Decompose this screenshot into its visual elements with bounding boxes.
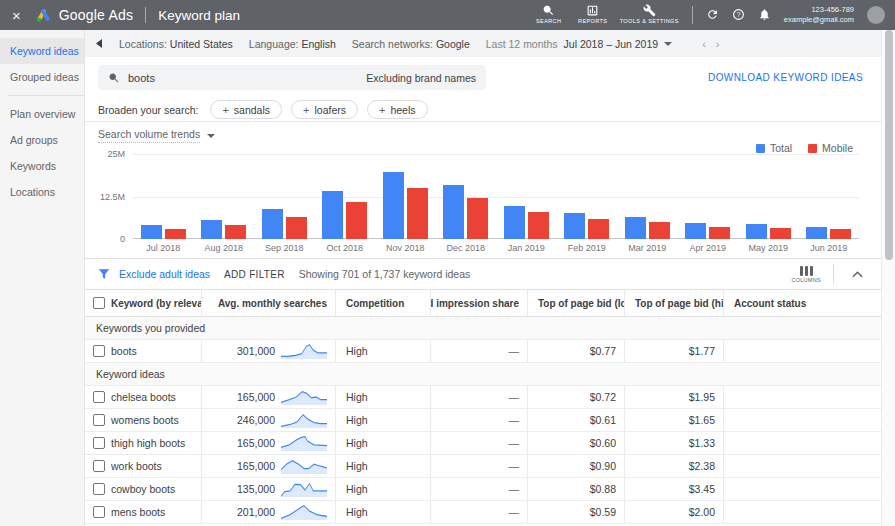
ad-impression-value: — <box>509 437 520 449</box>
setting-value: Google <box>436 38 470 50</box>
table-row: cowboy boots135,000High—$0.88$3.45 <box>85 478 881 501</box>
back-arrow-icon <box>95 39 103 48</box>
collapse-panel-button[interactable] <box>95 39 103 48</box>
column-header-label: Keyword (by relevance) <box>111 298 201 309</box>
add-filter-button[interactable]: ADD FILTER <box>224 269 285 280</box>
topbar-nav-reports[interactable]: REPORTS <box>576 4 610 25</box>
row-checkbox-cell <box>85 386 111 408</box>
bar-mobile <box>225 225 246 239</box>
row-checkbox[interactable] <box>93 391 105 403</box>
sidebar-item-grouped-ideas[interactable]: Grouped ideas <box>0 64 84 90</box>
brand-filter-label[interactable]: Excluding brand names <box>366 72 476 84</box>
date-prev-button[interactable]: ‹ <box>702 38 706 50</box>
setting-searchnetworks[interactable]: Search networks: Google <box>352 38 470 50</box>
section-header-keyword-ideas: Keyword ideas <box>85 363 881 386</box>
sidebar-item-locations[interactable]: Locations <box>0 179 84 205</box>
search-query: boots <box>128 72 155 84</box>
bid-low-cell: $0.88 <box>527 478 624 500</box>
row-checkbox[interactable] <box>93 460 105 472</box>
sidebar-item-ad-groups[interactable]: Ad groups <box>0 127 84 153</box>
row-checkbox[interactable] <box>93 506 105 518</box>
legend-swatch-mobile <box>808 144 817 153</box>
keyword-cell: mens boots <box>111 501 201 523</box>
date-next-button[interactable]: › <box>716 38 720 50</box>
legend-item-mobile[interactable]: Mobile <box>808 142 853 154</box>
competition-cell: High <box>335 386 430 408</box>
column-header-label: Competition <box>346 298 404 309</box>
date-range-selector[interactable]: Last 12 months Jul 2018 – Jun 2019 <box>486 38 672 50</box>
bid-low-value: $0.61 <box>590 414 616 426</box>
topbar-nav-label: SEARCH <box>536 18 561 25</box>
topbar-separator <box>692 6 693 24</box>
column-header-top-of-page-bid-low-range-[interactable]: Top of page bid (low range) <box>527 290 624 316</box>
bar-mobile <box>588 219 609 239</box>
setting-language[interactable]: Language: English <box>249 38 336 50</box>
plus-icon: + <box>303 104 309 116</box>
column-header-checkbox <box>85 290 111 316</box>
legend-label: Mobile <box>822 142 853 154</box>
legend-item-total[interactable]: Total <box>756 142 792 154</box>
bar-group-jul-2018 <box>133 154 194 239</box>
topbar-nav-search[interactable]: SEARCH <box>532 4 566 25</box>
topbar-nav-label: REPORTS <box>578 18 607 25</box>
scrollbar-track[interactable] <box>881 30 895 526</box>
sidebar-item-keyword-ideas[interactable]: Keyword ideas <box>0 38 84 64</box>
column-header-ad-impression-share[interactable]: Ad impression share <box>430 290 527 316</box>
bar-mobile <box>649 222 670 239</box>
keyword-search-input[interactable]: boots Excluding brand names <box>98 65 486 90</box>
row-checkbox[interactable] <box>93 437 105 449</box>
bid-low-cell: $0.72 <box>527 386 624 408</box>
row-checkbox[interactable] <box>93 345 105 357</box>
columns-button[interactable]: COLUMNS <box>791 266 821 283</box>
scrollbar-thumb[interactable] <box>885 30 893 260</box>
filter-icon[interactable] <box>97 267 111 281</box>
bar-mobile <box>407 188 428 239</box>
download-keyword-ideas-link[interactable]: DOWNLOAD KEYWORD IDEAS <box>708 72 863 83</box>
avg-monthly-searches-cell: 246,000 <box>201 409 335 431</box>
search-icon <box>542 4 555 17</box>
account-info[interactable]: 123-456-789 example@gmail.com <box>784 5 854 25</box>
sidebar-item-plan-overview[interactable]: Plan overview <box>0 101 84 127</box>
table-row: chelsea boots165,000High—$0.72$1.95 <box>85 386 881 409</box>
column-header-avg-monthly-searches[interactable]: Avg. monthly searches <box>201 290 335 316</box>
account-status-cell <box>723 432 881 454</box>
topbar-nav-tools-settings[interactable]: TOOLS & SETTINGS <box>620 4 679 25</box>
chart-metric-selector[interactable]: Search volume trends <box>85 128 881 143</box>
bar-group-nov-2018 <box>375 154 436 239</box>
account-email: example@gmail.com <box>784 15 854 25</box>
avg-monthly-searches-cell: 165,000 <box>201 432 335 454</box>
setting-locations[interactable]: Locations: United States <box>119 38 233 50</box>
notifications-button[interactable] <box>758 8 771 21</box>
keyword-text: thigh high boots <box>111 437 185 449</box>
column-header-top-of-page-bid-high-range-[interactable]: Top of page bid (high range) <box>624 290 723 316</box>
bid-high-cell: $2.38 <box>624 455 723 477</box>
competition-value: High <box>346 391 368 403</box>
broaden-chip-sandals[interactable]: +sandals <box>210 100 282 119</box>
bid-low-cell: $0.61 <box>527 409 624 431</box>
row-checkbox[interactable] <box>93 483 105 495</box>
avatar[interactable] <box>867 6 885 24</box>
ad-impression-value: — <box>509 460 520 472</box>
help-button[interactable]: ? <box>732 8 745 21</box>
exclude-adult-ideas-link[interactable]: Exclude adult ideas <box>119 268 210 280</box>
competition-value: High <box>346 460 368 472</box>
close-icon[interactable]: × <box>12 8 21 23</box>
broaden-chip-heels[interactable]: +heels <box>367 100 428 119</box>
y-axis-tick-0: 0 <box>120 234 125 244</box>
x-axis-tick: Jun 2019 <box>799 243 860 253</box>
collapse-table-button[interactable] <box>846 271 869 278</box>
ad-impression-value: — <box>509 414 520 426</box>
ad-impression-share-cell: — <box>430 432 527 454</box>
competition-value: High <box>346 437 368 449</box>
select-all-checkbox[interactable] <box>93 297 105 309</box>
column-header-account-status[interactable]: Account status <box>723 290 881 316</box>
broaden-chip-loafers[interactable]: +loafers <box>291 100 358 119</box>
row-checkbox[interactable] <box>93 414 105 426</box>
bar-mobile <box>165 229 186 239</box>
column-header-keyword-by-relevance-[interactable]: Keyword (by relevance)↓ <box>111 290 201 316</box>
sidebar-item-keywords[interactable]: Keywords <box>0 153 84 179</box>
account-status-cell <box>723 409 881 431</box>
column-header-competition[interactable]: Competition <box>335 290 430 316</box>
refresh-button[interactable] <box>706 8 719 21</box>
column-header-label: Account status <box>734 298 806 309</box>
